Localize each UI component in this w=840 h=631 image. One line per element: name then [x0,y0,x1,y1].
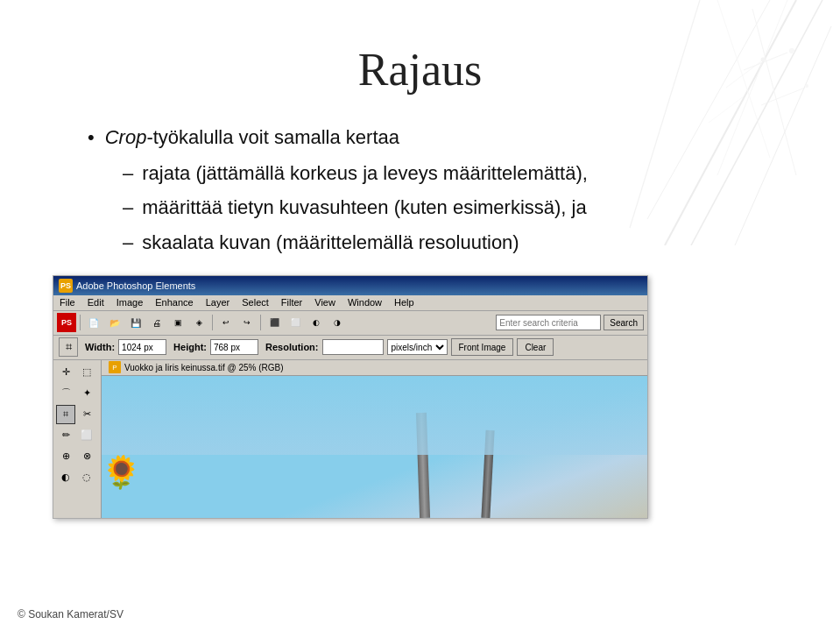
slide-title: Rajaus [53,44,787,96]
ps-menubar: File Edit Image Enhance Layer Select Fil… [53,295,647,311]
menu-layer[interactable]: Layer [203,297,233,308]
ps-options-bar: ⌗ Width: Height: Resolution: pixels/inch… [53,336,647,360]
eraser-tool[interactable]: ⬜ [77,426,96,445]
crop-italic: Crop [105,126,147,148]
sub-items-list: – rajata (jättämällä korkeus ja leveys m… [123,158,787,258]
ps-titlebar: PS Adobe Photoshop Elements [53,276,647,295]
toolbar-sep-3 [260,315,261,330]
front-image-button[interactable]: Front Image [451,338,514,356]
svg-point-12 [789,48,794,53]
open-btn[interactable]: 📂 [105,313,124,332]
sub-item-3-text: skaalata kuvan (määrittelemällä resoluut… [142,227,519,258]
dash-1: – [123,158,133,188]
ps-doc-icon: P [109,361,121,373]
tool-row-3: ⌗ ✂ [56,405,98,424]
toolbar-btn-7[interactable]: ↩ [216,313,236,332]
sky-area [102,376,647,455]
heal-tool[interactable]: ⊗ [77,447,96,466]
slice-tool[interactable]: ✂ [77,405,96,424]
print-btn[interactable]: 🖨 [147,313,166,332]
save-btn[interactable]: 💾 [126,313,145,332]
toolbar-btn-10[interactable]: ⬜ [286,313,305,332]
dash-3: – [123,227,133,258]
tool-row-2: ⌒ ✦ [56,384,98,403]
height-input[interactable] [210,339,258,355]
crop-tool active[interactable]: ⌗ [56,405,75,424]
dodge-tool[interactable]: ◐ [56,468,75,487]
ps-canvas-area: P Vuokko ja Iiris keinussa.tif @ 25% (RG… [102,360,647,518]
new-file-btn[interactable]: 📄 [84,313,103,332]
ps-logo-btn[interactable]: PS [57,313,76,332]
canvas-image: 🌻 [102,376,647,518]
width-input[interactable] [118,339,166,355]
unit-select[interactable]: pixels/inch pixels/cm [387,339,448,355]
sub-item-3: – skaalata kuvan (määrittelemällä resolu… [123,227,787,258]
main-bullet-text: CropCrop-työkalulla voit samalla kertaa-… [105,122,399,152]
toolbar-btn-5[interactable]: ▣ [168,313,187,332]
selection-tool[interactable]: ⬚ [77,363,96,382]
menu-view[interactable]: View [312,297,338,308]
tool-row-6: ◐ ◌ [56,468,98,487]
toolbar-btn-12[interactable]: ◑ [328,313,347,332]
sub-item-1-text: rajata (jättämällä korkeus ja leveys mää… [142,158,588,188]
ps-title-text: Adobe Photoshop Elements [76,280,195,291]
main-bullet: • CropCrop-työkalulla voit samalla kerta… [88,122,787,152]
height-label: Height: [173,342,207,352]
crop-icon: ⌗ [59,337,78,357]
ps-document-title: P Vuokko ja Iiris keinussa.tif @ 25% (RG… [102,360,647,376]
sub-item-1: – rajata (jättämällä korkeus ja leveys m… [123,158,787,188]
menu-edit[interactable]: Edit [85,297,107,308]
ps-app-icon: PS [59,279,73,293]
width-label: Width: [85,342,115,352]
toolbar-sep-1 [80,315,81,330]
search-area: Search [496,315,644,330]
dash-2: – [123,192,133,223]
menu-filter[interactable]: Filter [279,297,305,308]
document-name: Vuokko ja Iiris keinussa.tif @ 25% (RGB) [124,363,284,372]
menu-enhance[interactable]: Enhance [152,297,195,308]
photoshop-screenshot: PS Adobe Photoshop Elements File Edit Im… [53,275,648,519]
tool-row-1: ✛ ⬚ [56,363,98,382]
move-tool[interactable]: ✛ [56,363,75,382]
menu-file[interactable]: File [57,297,78,308]
stamp-tool[interactable]: ⊕ [56,447,75,466]
lasso-tool[interactable]: ⌒ [56,384,75,403]
toolbar-btn-8[interactable]: ↪ [237,313,257,332]
menu-help[interactable]: Help [392,297,417,308]
tool-row-5: ⊕ ⊗ [56,447,98,466]
brush-tool[interactable]: ✏ [56,426,75,445]
svg-point-14 [805,84,808,88]
menu-image[interactable]: Image [114,297,146,308]
slide-content: • CropCrop-työkalulla voit samalla kerta… [88,122,787,258]
toolbar-btn-11[interactable]: ◐ [307,313,326,332]
sub-item-2: – määrittää tietyn kuvasuhteen (kuten es… [123,192,787,223]
ps-main-toolbar: PS 📄 📂 💾 🖨 ▣ ◈ ↩ ↪ ⬛ ⬜ ◐ ◑ Search [53,311,647,336]
toolbar-sep-2 [212,315,213,330]
toolbar-btn-9[interactable]: ⬛ [265,313,284,332]
search-input[interactable] [496,315,601,330]
resolution-label: Resolution: [265,342,319,352]
magic-wand-tool[interactable]: ✦ [77,384,96,403]
ps-tools-panel: ✛ ⬚ ⌒ ✦ ⌗ ✂ ✏ ⬜ ⊕ ⊗ [53,360,102,518]
slide-footer: © Soukan Kamerat/SV [18,608,124,620]
toolbar-btn-6[interactable]: ◈ [189,313,208,332]
tool-row-4: ✏ ⬜ [56,426,98,445]
blur-tool[interactable]: ◌ [77,468,96,487]
menu-window[interactable]: Window [345,297,385,308]
ps-workspace: ✛ ⬚ ⌒ ✦ ⌗ ✂ ✏ ⬜ ⊕ ⊗ [53,360,647,518]
slide: Rajaus • CropCrop-työkalulla voit samall… [0,0,840,631]
bullet-dot: • [88,122,95,152]
sub-item-2-text: määrittää tietyn kuvasuhteen (kuten esim… [142,192,586,223]
menu-select[interactable]: Select [239,297,272,308]
sunflower: 🌻 [102,457,145,500]
svg-line-11 [709,96,744,123]
resolution-input[interactable] [322,339,384,355]
clear-button[interactable]: Clear [517,338,554,356]
search-button[interactable]: Search [604,315,644,330]
